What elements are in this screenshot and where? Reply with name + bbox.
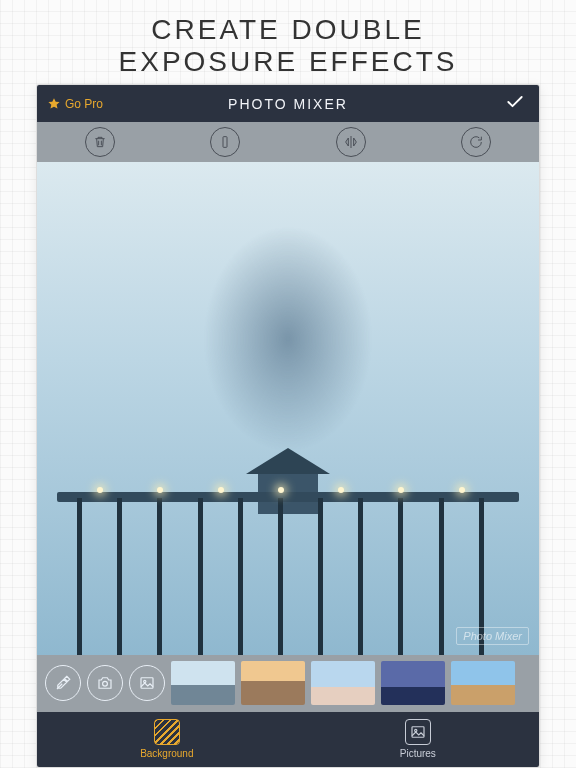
promo-line2: EXPOSURE EFFECTS: [119, 46, 458, 78]
trash-icon: [92, 134, 108, 150]
svg-rect-0: [223, 137, 227, 148]
preview-canvas[interactable]: Photo Mixer: [37, 162, 539, 655]
go-pro-button[interactable]: Go Pro: [37, 97, 103, 111]
bottom-nav: Background Pictures: [37, 712, 539, 767]
go-pro-label: Go Pro: [65, 97, 103, 111]
checkmark-icon: [505, 92, 525, 112]
app-title: PHOTO MIXER: [37, 96, 539, 112]
top-bar: Go Pro PHOTO MIXER: [37, 85, 539, 122]
edit-toolbar: [37, 122, 539, 161]
pier-deck: [57, 492, 519, 502]
background-icon: [154, 719, 180, 745]
app-window: Go Pro PHOTO MIXER: [36, 84, 540, 768]
confirm-button[interactable]: [505, 92, 539, 116]
star-icon: [47, 97, 61, 111]
landscape-layer: [37, 384, 539, 655]
eyedropper-icon: [54, 674, 72, 692]
nav-background-label: Background: [140, 748, 193, 759]
svg-rect-2: [141, 678, 153, 689]
camera-button[interactable]: [87, 665, 123, 701]
promo-heading: CREATE DOUBLE EXPOSURE EFFECTS: [119, 0, 458, 84]
watermark-label: Photo Mixer: [456, 627, 529, 645]
promo-line1: CREATE DOUBLE: [119, 14, 458, 46]
thumbnail[interactable]: [311, 661, 375, 705]
svg-point-1: [103, 682, 108, 687]
svg-rect-4: [412, 727, 424, 738]
nav-pictures[interactable]: Pictures: [400, 719, 436, 759]
thumbnail[interactable]: [381, 661, 445, 705]
thumbnail[interactable]: [171, 661, 235, 705]
eyedropper-button[interactable]: [45, 665, 81, 701]
nav-background[interactable]: Background: [140, 719, 193, 759]
rotate-button[interactable]: [461, 127, 491, 157]
rotate-icon: [468, 134, 484, 150]
thumbnail[interactable]: [241, 661, 305, 705]
thumbnail[interactable]: [451, 661, 515, 705]
pictures-icon: [405, 719, 431, 745]
flip-vertical-icon: [217, 134, 233, 150]
flip-horizontal-button[interactable]: [336, 127, 366, 157]
gallery-button[interactable]: [129, 665, 165, 701]
thumbnail-strip: [171, 661, 531, 705]
camera-icon: [96, 674, 114, 692]
flip-vertical-button[interactable]: [210, 127, 240, 157]
nav-pictures-label: Pictures: [400, 748, 436, 759]
delete-button[interactable]: [85, 127, 115, 157]
source-bar: [37, 655, 539, 712]
gallery-icon: [138, 674, 156, 692]
flip-horizontal-icon: [343, 134, 359, 150]
